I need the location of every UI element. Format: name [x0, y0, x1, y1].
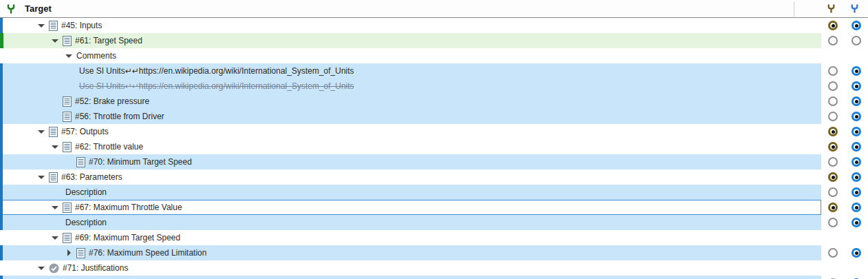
- left-version-cell: [821, 18, 845, 33]
- left-version-radio[interactable]: [828, 112, 838, 121]
- left-version-cell: [821, 215, 845, 230]
- right-version-radio[interactable]: [851, 21, 861, 30]
- document-icon: [49, 172, 58, 183]
- right-version-radio[interactable]: [851, 81, 861, 91]
- left-version-radio[interactable]: [828, 36, 838, 45]
- left-version-radio[interactable]: [828, 157, 838, 167]
- right-version-radio[interactable]: [851, 96, 861, 106]
- left-version-radio[interactable]: [828, 218, 838, 227]
- left-version-radio[interactable]: [828, 248, 838, 258]
- tree-row[interactable]: Use SI Units↵↵https://en.wikipedia.org/w…: [0, 79, 868, 94]
- expander-icon[interactable]: [52, 113, 58, 120]
- tree-row[interactable]: #62: Throttle value: [0, 139, 868, 154]
- tree-row[interactable]: #70: Minimum Target Speed: [0, 154, 868, 169]
- left-version-radio[interactable]: [828, 142, 838, 152]
- tree-row[interactable]: Description: [0, 185, 868, 200]
- change-stripe: [0, 63, 3, 79]
- left-version-radio[interactable]: [828, 203, 838, 212]
- right-version-radio[interactable]: [851, 218, 861, 227]
- row-content: #56: Throttle from Driver: [0, 109, 164, 124]
- left-version-cell: [821, 260, 845, 276]
- version-column-headers: [821, 0, 868, 17]
- right-version-radio[interactable]: [851, 112, 861, 121]
- change-stripe: [0, 94, 3, 109]
- left-version-radio[interactable]: [828, 21, 838, 30]
- right-version-cell: [845, 94, 868, 109]
- branch-icon-green: [6, 3, 17, 14]
- right-version-radio[interactable]: [851, 142, 861, 152]
- row-main: #69: Maximum Target Speed: [0, 230, 821, 245]
- tree-row[interactable]: [0, 276, 868, 279]
- expander-icon[interactable]: [52, 204, 58, 211]
- expander-icon[interactable]: [52, 234, 58, 241]
- right-version-radio[interactable]: [851, 187, 861, 197]
- right-version-radio[interactable]: [851, 203, 861, 212]
- left-version-cell: [821, 79, 845, 94]
- document-icon: [63, 142, 72, 152]
- right-version-cell: [845, 124, 868, 139]
- change-stripe: [0, 215, 3, 230]
- row-label: #62: Throttle value: [75, 142, 143, 152]
- tree-row[interactable]: #67: Maximum Throttle Value: [0, 200, 868, 215]
- row-main: [0, 276, 821, 279]
- right-version-cell: [845, 276, 868, 279]
- branch-icon-brown: [826, 3, 836, 14]
- right-version-radio[interactable]: [851, 157, 861, 167]
- right-version-cell: [845, 48, 868, 63]
- tree-row[interactable]: #61: Target Speed: [0, 33, 868, 48]
- expander-icon[interactable]: [38, 265, 45, 271]
- right-version-cell: [845, 169, 868, 185]
- right-version-radio[interactable]: [851, 36, 861, 45]
- right-version-radio[interactable]: [851, 172, 861, 182]
- tree-row[interactable]: #71: Justifications: [0, 260, 868, 276]
- left-version-cell: [821, 124, 845, 139]
- row-main: Description: [0, 215, 821, 230]
- left-version-radio[interactable]: [828, 96, 838, 106]
- right-version-radio[interactable]: [851, 66, 861, 76]
- left-version-cell: [821, 139, 845, 154]
- left-version-radio[interactable]: [828, 66, 838, 76]
- left-version-radio[interactable]: [828, 172, 838, 182]
- tree-row[interactable]: Description: [0, 215, 868, 230]
- expander-icon[interactable]: [65, 52, 72, 59]
- row-label: #57: Outputs: [61, 127, 109, 136]
- header-column-separator: [794, 1, 794, 17]
- tree-row[interactable]: Comments: [0, 48, 868, 63]
- row-content: Use SI Units↵↵https://en.wikipedia.org/w…: [0, 79, 354, 94]
- row-label: #71: Justifications: [63, 263, 128, 273]
- right-version-radio[interactable]: [851, 127, 861, 136]
- right-version-cell: [845, 245, 868, 260]
- row-main: #45: Inputs: [0, 18, 821, 33]
- expander-icon[interactable]: [52, 37, 58, 44]
- expander-icon[interactable]: [38, 128, 45, 135]
- change-stripe: [0, 33, 3, 48]
- change-stripe: [0, 169, 3, 185]
- expander-icon[interactable]: [65, 249, 72, 256]
- row-label: #63: Parameters: [61, 172, 122, 182]
- document-icon: [63, 96, 72, 107]
- expander-icon[interactable]: [38, 174, 45, 180]
- expander-icon[interactable]: [65, 158, 72, 165]
- tree-row[interactable]: Use SI Units↵↵https://en.wikipedia.org/w…: [0, 63, 868, 79]
- tree-row[interactable]: #69: Maximum Target Speed: [0, 230, 868, 245]
- tree-row[interactable]: #63: Parameters: [0, 169, 868, 185]
- row-content: #61: Target Speed: [0, 33, 142, 48]
- left-version-cell: [821, 109, 845, 124]
- left-version-radio[interactable]: [828, 127, 838, 136]
- change-stripe: [0, 79, 3, 94]
- tree-row[interactable]: #52: Brake pressure: [0, 94, 868, 109]
- branch-icon-blue: [849, 3, 860, 14]
- left-version-radio[interactable]: [828, 187, 838, 197]
- change-stripe: [0, 200, 3, 215]
- tree-row[interactable]: #45: Inputs: [0, 18, 868, 33]
- left-version-radio[interactable]: [828, 81, 838, 91]
- tree-row[interactable]: #56: Throttle from Driver: [0, 109, 868, 124]
- expander-icon[interactable]: [38, 22, 45, 29]
- tree-row[interactable]: #57: Outputs: [0, 124, 868, 139]
- right-version-cell: [845, 79, 868, 94]
- expander-icon[interactable]: [52, 143, 58, 150]
- expander-icon[interactable]: [52, 98, 58, 105]
- tree-row[interactable]: #76: Maximum Speed Limitation: [0, 245, 868, 260]
- justification-icon: [49, 263, 59, 273]
- right-version-radio[interactable]: [851, 248, 861, 258]
